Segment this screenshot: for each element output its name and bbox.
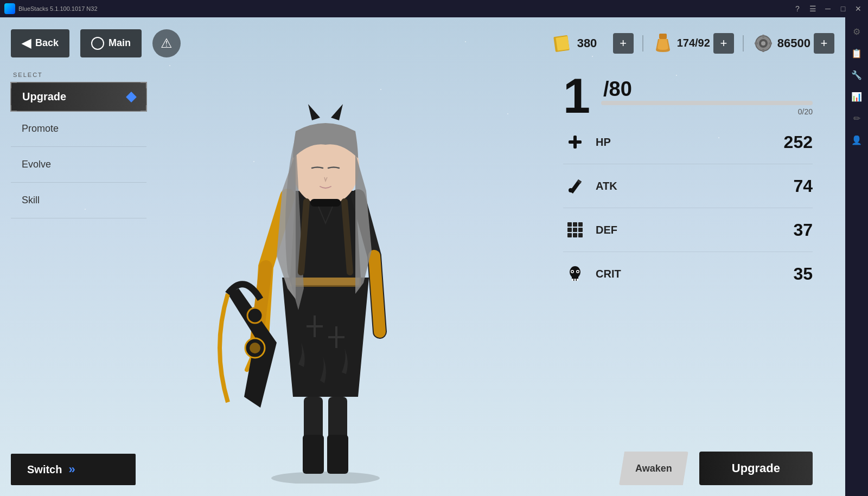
evolve-label: Evolve [22, 159, 51, 170]
stats-panel: 1 /80 0/20 HP 252 [563, 72, 813, 295]
bracket-bl [10, 105, 17, 112]
divider-2 [743, 35, 744, 51]
resource-book: 380 + [552, 33, 634, 54]
main-label: Main [108, 37, 131, 49]
upgrade-label: Upgrade [22, 91, 66, 103]
character-sprite [212, 82, 439, 484]
atk-label: ATK [596, 180, 793, 192]
sidebar-icon-6[interactable]: 👤 [847, 130, 866, 150]
svg-point-28 [569, 188, 573, 192]
help-button[interactable]: ? [792, 3, 803, 14]
svg-rect-1 [556, 36, 569, 50]
svg-point-5 [761, 41, 765, 46]
sidebar-icon-2[interactable]: 📋 [847, 43, 866, 63]
bottom-buttons: Awaken Upgrade [619, 452, 813, 485]
svg-rect-7 [762, 49, 764, 52]
sidebar-icon-5[interactable]: ✏ [847, 108, 866, 128]
svg-rect-6 [762, 35, 764, 38]
hp-label: HP [596, 136, 784, 149]
flask-icon [652, 33, 674, 54]
level-max: /80 [603, 78, 632, 100]
menu-button[interactable]: ☰ [807, 3, 818, 14]
svg-rect-8 [755, 42, 758, 44]
stat-row-hp: HP 252 [563, 120, 813, 164]
sidebar-icon-4[interactable]: 📊 [847, 87, 866, 106]
awaken-button[interactable]: Awaken [619, 452, 688, 485]
evolve-menu-item[interactable]: Evolve [11, 147, 146, 183]
level-bar [601, 101, 813, 105]
game-area: ◀ Back Main ⚠ 380 + [0, 17, 845, 496]
gear-count: 86500 [777, 36, 810, 50]
back-label: Back [35, 37, 59, 49]
svg-rect-14 [327, 435, 348, 474]
svg-rect-37 [577, 279, 578, 281]
upgrade-menu-item[interactable]: Upgrade [11, 82, 146, 111]
level-bar-text: 0/20 [601, 107, 813, 116]
svg-rect-9 [769, 42, 772, 44]
back-arrow-icon: ◀ [22, 36, 31, 50]
maximize-button[interactable]: □ [838, 3, 848, 14]
def-icon [563, 218, 587, 242]
switch-label: Switch [27, 463, 62, 476]
hp-icon [563, 130, 587, 154]
stat-row-atk: ATK 74 [563, 164, 813, 208]
sidebar-icon-1[interactable]: ⚙ [847, 22, 866, 41]
upgrade-button[interactable]: Upgrade [699, 452, 813, 485]
stat-row-def: DEF 37 [563, 208, 813, 252]
svg-point-33 [572, 271, 573, 273]
promote-menu-item[interactable]: Promote [11, 111, 146, 147]
bluestacks-sidebar: ⚙ 📋 🔧 📊 ✏ 👤 [845, 17, 868, 496]
atk-icon [563, 174, 587, 198]
select-label: SELECT [13, 72, 146, 78]
left-menu: SELECT Upgrade Promote Evolve Skill [11, 72, 146, 218]
flask-count: 174/92 [677, 37, 710, 49]
resource-group: 380 + 174/92 + [552, 33, 834, 54]
titlebar: BlueStacks 5.1.100.1017 N32 ? ☰ ─ □ ✕ [0, 0, 868, 17]
level-right: /80 0/20 [590, 78, 813, 120]
titlebar-appname: BlueStacks 5.1.100.1017 N32 [18, 5, 98, 12]
topbar: ◀ Back Main ⚠ 380 + [0, 17, 845, 69]
atk-value: 74 [793, 176, 813, 196]
divider-1 [642, 35, 643, 51]
character-area [163, 61, 488, 484]
bluestacks-logo [4, 3, 15, 14]
level-current: 1 [563, 72, 590, 120]
bracket-tr [141, 82, 147, 88]
book-icon [552, 33, 574, 54]
minimize-button[interactable]: ─ [822, 3, 833, 14]
promote-label: Promote [22, 123, 59, 134]
def-label: DEF [596, 224, 793, 236]
add-flask-button[interactable]: + [713, 33, 734, 54]
gear-icon [752, 33, 774, 54]
sidebar-icon-3[interactable]: 🔧 [847, 65, 866, 85]
svg-rect-2 [659, 34, 667, 39]
back-button[interactable]: ◀ Back [11, 29, 69, 57]
hp-value: 252 [784, 132, 813, 152]
svg-rect-36 [575, 279, 576, 281]
alert-button[interactable]: ⚠ [152, 29, 181, 57]
bracket-tl [10, 82, 17, 88]
def-grid-icon [567, 222, 583, 237]
circle-icon [91, 37, 104, 50]
level-row: 1 /80 0/20 [563, 72, 813, 120]
svg-rect-22 [310, 199, 341, 207]
skill-label: Skill [22, 195, 40, 205]
switch-arrow-icon: » [68, 462, 75, 476]
resource-flask: 174/92 + [652, 33, 734, 54]
main-button[interactable]: Main [80, 29, 142, 57]
add-gear-button[interactable]: + [814, 33, 834, 54]
svg-point-34 [577, 271, 579, 273]
crit-label: CRIT [596, 268, 793, 280]
skill-menu-item[interactable]: Skill [11, 183, 146, 218]
switch-button[interactable]: Switch » [11, 454, 136, 485]
add-book-button[interactable]: + [613, 33, 634, 54]
close-button[interactable]: ✕ [853, 3, 864, 14]
bracket-br [141, 105, 147, 112]
def-value: 37 [793, 220, 813, 240]
book-count: 380 [577, 36, 610, 50]
crit-icon [563, 262, 587, 286]
svg-rect-35 [572, 279, 573, 281]
svg-point-10 [271, 472, 380, 484]
svg-rect-27 [569, 140, 582, 144]
crit-value: 35 [793, 264, 813, 284]
